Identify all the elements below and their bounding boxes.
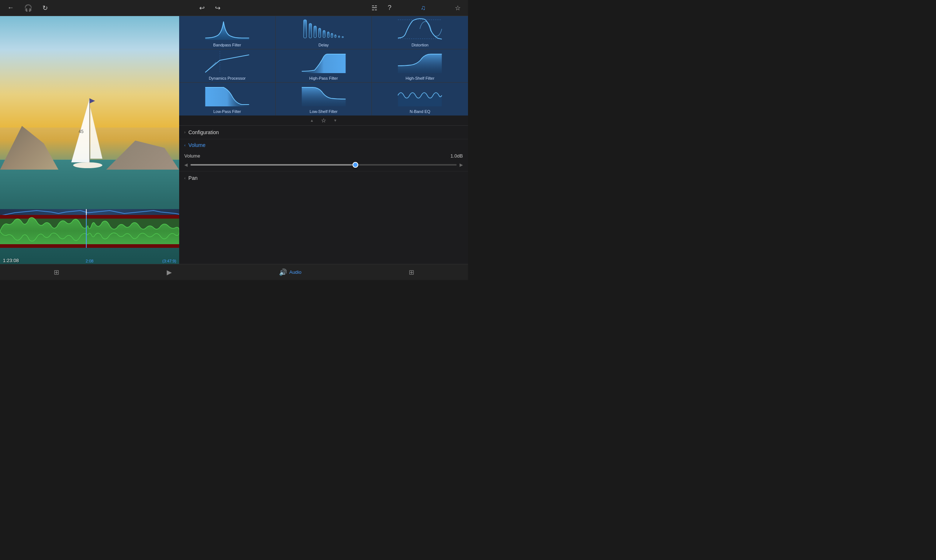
pan-title: Pan [188, 175, 197, 181]
timecode-end: (3:47:9) [162, 259, 176, 263]
scroll-up-icon[interactable]: ▲ [310, 118, 314, 123]
volume-slider-fill [191, 164, 356, 166]
main-layout: 45 1:23:08 2:08 (3:47:9) Ⓗ ▌◀ ▮▮ ▶ ►► ▶▮ [0, 16, 468, 264]
effects-grid: Bandpass Filter [179, 16, 468, 115]
right-panel: Bandpass Filter [179, 16, 468, 264]
svg-rect-15 [342, 37, 343, 38]
back-button[interactable]: ← [7, 4, 14, 12]
svg-rect-14 [338, 36, 340, 38]
effect-highshelf-preview [372, 49, 468, 75]
svg-rect-8 [314, 26, 316, 38]
effects-scroll-indicator: ▲ ☆ ▼ [179, 115, 468, 126]
distortion-waveform [372, 18, 468, 40]
volume-decrease-button[interactable]: ◀ [184, 162, 188, 168]
configuration-chevron: ‹ [184, 131, 185, 134]
effect-highpass-preview [276, 49, 372, 75]
effect-n-band-eq[interactable]: N-Band EQ [372, 83, 468, 115]
volume-title: Volume [188, 142, 205, 148]
effect-low-shelf-filter[interactable]: Low-Shelf Filter [276, 83, 372, 115]
favorites-star-button[interactable]: ☆ [321, 117, 326, 124]
pan-header[interactable]: ‹ Pan [179, 171, 468, 185]
svg-point-3 [73, 162, 102, 168]
effect-nbandeq-label: N-Band EQ [410, 109, 430, 114]
lowshelf-waveform [276, 85, 372, 106]
effect-bandpass-label: Bandpass Filter [213, 43, 241, 48]
redo-button[interactable]: ↪ [215, 4, 220, 12]
star-icon[interactable]: ☆ [455, 4, 461, 12]
svg-rect-12 [331, 33, 333, 38]
configuration-header[interactable]: ‹ Configuration [179, 126, 468, 139]
volume-row: Volume 1.0dB [179, 151, 468, 161]
audio-icon: 🔊 [279, 268, 287, 276]
volume-slider-track[interactable] [191, 164, 457, 166]
timecode-mid: 2:08 [86, 259, 93, 263]
lowpass-waveform [179, 85, 275, 106]
mountain-right [106, 133, 179, 169]
configuration-title: Configuration [188, 129, 219, 135]
volume-slider-thumb[interactable] [353, 162, 358, 168]
svg-rect-6 [303, 20, 306, 38]
top-toolbar: ← 🎧 ↻ ↩ ↪ ☵ ? ♫ ☆ [0, 0, 468, 16]
dynamics-waveform [179, 51, 275, 73]
bottom-tab-audio[interactable]: 🔊 Audio [279, 268, 301, 276]
effect-delay[interactable]: Delay [276, 16, 372, 49]
headphones-icon[interactable]: 🎧 [24, 4, 32, 12]
video-panel: 45 1:23:08 2:08 (3:47:9) Ⓗ ▌◀ ▮▮ ▶ ►► ▶▮ [0, 16, 179, 264]
effect-nbandeq-preview [372, 83, 468, 108]
effect-distortion-preview [372, 16, 468, 42]
effect-high-shelf-filter[interactable]: High-Shelf Filter [372, 49, 468, 82]
bottom-bar: ⊞ ▶ 🔊 Audio ⊞ [0, 264, 468, 280]
effect-lowpass-label: Low-Pass Filter [213, 109, 241, 114]
delay-waveform [276, 18, 372, 40]
mountain-left [0, 126, 58, 169]
bottom-tab-crop[interactable]: ⊞ [54, 268, 59, 276]
highshelf-waveform [372, 51, 468, 73]
svg-rect-11 [327, 32, 329, 38]
scroll-down-icon[interactable]: ▼ [334, 118, 337, 123]
svg-rect-7 [309, 23, 311, 38]
svg-rect-13 [334, 35, 336, 38]
effect-low-pass-filter[interactable]: Low-Pass Filter [179, 83, 275, 115]
help-icon[interactable]: ? [388, 4, 391, 12]
svg-marker-1 [90, 108, 102, 158]
svg-rect-10 [323, 30, 325, 38]
effect-highshelf-label: High-Shelf Filter [405, 76, 434, 81]
undo-button[interactable]: ↩ [199, 4, 205, 12]
bottom-tab-speed[interactable]: ▶ [167, 268, 172, 276]
effect-dynamics-processor[interactable]: Dynamics Processor [179, 49, 275, 82]
waveform-playhead[interactable] [86, 215, 87, 248]
effect-delay-preview [276, 16, 372, 42]
svg-text:45: 45 [79, 129, 84, 134]
volume-chevron: ‹ [184, 143, 185, 147]
effect-delay-label: Delay [319, 43, 329, 48]
configuration-section: ‹ Configuration ‹ Volume Volume 1.0dB ◀ … [179, 126, 468, 185]
effect-lowshelf-label: Low-Shelf Filter [310, 109, 337, 114]
effect-bandpass-preview [179, 16, 275, 42]
waveform-icon[interactable]: ♫ [420, 4, 426, 12]
bandpass-waveform [179, 18, 275, 40]
rotate-icon[interactable]: ↻ [42, 4, 48, 12]
pan-chevron: ‹ [184, 176, 185, 180]
effect-bandpass-filter[interactable]: Bandpass Filter [179, 16, 275, 49]
effect-dynamics-preview [179, 49, 275, 75]
sailboat: 45 [68, 97, 111, 169]
bottom-tab-audio-label: Audio [289, 269, 301, 275]
script-icon[interactable]: ☵ [371, 4, 377, 12]
effect-dynamics-label: Dynamics Processor [209, 76, 246, 81]
effect-highpass-label: High-Pass Filter [309, 76, 338, 81]
svg-rect-9 [319, 28, 321, 38]
speed-icon: ▶ [167, 268, 172, 276]
toolbar-center: ↩ ↪ [199, 4, 220, 12]
toolbar-left: ← 🎧 ↻ [7, 4, 48, 12]
volume-header[interactable]: ‹ Volume [179, 139, 468, 151]
bottom-tab-export[interactable]: ⊞ [409, 268, 414, 276]
highpass-waveform [276, 51, 372, 73]
effect-distortion-label: Distortion [411, 43, 428, 48]
volume-increase-button[interactable]: ▶ [460, 162, 463, 168]
effect-high-pass-filter[interactable]: High-Pass Filter [276, 49, 372, 82]
effect-lowshelf-preview [276, 83, 372, 108]
effect-lowpass-preview [179, 83, 275, 108]
effect-distortion[interactable]: Distortion [372, 16, 468, 49]
crop-icon: ⊞ [54, 268, 59, 276]
volume-param-label: Volume [184, 153, 441, 158]
